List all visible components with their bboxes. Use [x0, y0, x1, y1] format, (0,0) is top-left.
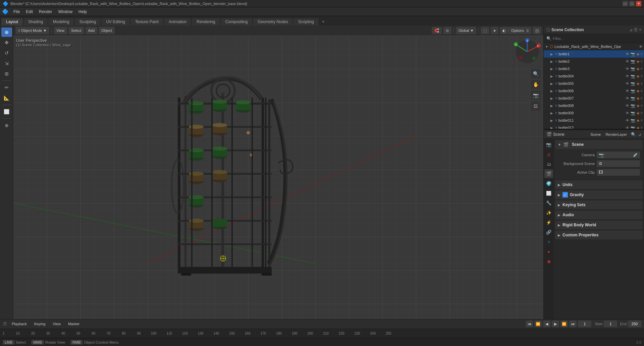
render-icon[interactable]: 📷: [631, 74, 635, 78]
prop-tab-data[interactable]: ▿: [544, 237, 553, 246]
outliner-add-icon[interactable]: +: [639, 27, 641, 32]
render-icon[interactable]: 📷: [631, 89, 635, 93]
list-item[interactable]: ▶ ▿ bottle009 👁 📷 ◈ ▿: [544, 109, 644, 117]
playback-menu[interactable]: Playback: [9, 320, 30, 328]
rotate-tool[interactable]: ↺: [1, 48, 12, 58]
options-button[interactable]: Options: [508, 27, 527, 34]
outliner-content[interactable]: ▼ ⬡ Lockable_Rack_with_Wine_Bottles_Ope …: [544, 43, 644, 129]
proportional-btn[interactable]: ⊙: [443, 27, 451, 34]
material-btn[interactable]: ◐: [500, 27, 508, 34]
visibility-icon[interactable]: 👁: [626, 89, 629, 93]
marker-menu[interactable]: Marker: [65, 320, 82, 328]
pan-btn[interactable]: ✋: [531, 80, 541, 89]
tab-texture-paint[interactable]: Texture Paint: [130, 18, 163, 25]
props-filter-icon[interactable]: ⊿: [638, 132, 641, 137]
prop-tab-modifier[interactable]: 🔧: [544, 198, 553, 207]
visibility-icon[interactable]: 👁: [626, 81, 629, 85]
list-item[interactable]: ▶ ▿ bottle004 👁 📷 ◈ ▿: [544, 72, 644, 80]
menu-render[interactable]: Render: [36, 9, 55, 15]
view-menu-timeline[interactable]: View: [50, 320, 63, 328]
visibility-icon[interactable]: 👁: [639, 45, 643, 49]
visibility-icon[interactable]: 👁: [626, 126, 629, 129]
menu-edit[interactable]: Edit: [23, 9, 36, 15]
play-btn[interactable]: ▶: [552, 321, 559, 327]
list-item[interactable]: ▶ ▿ bottle012 👁 📷 ◈ ▿: [544, 124, 644, 129]
tab-uv-editing[interactable]: UV Editing: [101, 18, 130, 25]
visibility-icon[interactable]: 👁: [626, 67, 629, 71]
render-icon[interactable]: 📷: [631, 67, 635, 71]
start-frame-display[interactable]: 1: [604, 321, 617, 327]
visibility-icon[interactable]: 👁: [626, 111, 629, 115]
frame-all-btn[interactable]: ⊡: [531, 101, 541, 111]
prop-tab-render[interactable]: 📷: [544, 140, 553, 149]
cursor-tool[interactable]: ⊕: [1, 27, 12, 37]
visibility-icon[interactable]: 👁: [626, 74, 629, 78]
prop-tab-shading[interactable]: ◉: [544, 257, 553, 266]
prop-tab-output[interactable]: 🖨: [544, 150, 553, 159]
background-scene-value[interactable]: ⚙: [597, 160, 640, 167]
tab-modeling[interactable]: Modeling: [48, 18, 74, 25]
scale-tool[interactable]: ⇲: [1, 59, 12, 68]
camera-view-btn[interactable]: 📷: [531, 91, 541, 100]
current-frame-display[interactable]: 1: [578, 321, 591, 327]
solid-btn[interactable]: ●: [491, 27, 498, 34]
add-menu[interactable]: Add: [86, 27, 98, 34]
prop-tab-constraints[interactable]: 🔗: [544, 228, 553, 236]
gravity-checkbox[interactable]: ✓: [562, 192, 568, 197]
viewport[interactable]: ▿ Object Mode ▼ View Select Add Object 🧲…: [13, 25, 543, 319]
jump-start-btn[interactable]: ⏮: [526, 321, 533, 327]
extra-tool[interactable]: ⊕: [1, 121, 12, 130]
custom-props-header[interactable]: ▶ Custom Properties: [555, 231, 643, 239]
rigid-body-header[interactable]: ▶ Rigid Body World: [555, 221, 643, 229]
prop-tab-particles[interactable]: ✨: [544, 208, 553, 217]
tab-shading[interactable]: Shading: [23, 18, 48, 25]
tab-scripting[interactable]: Scripting: [293, 18, 319, 25]
scene-section-header[interactable]: ▼ 🎬 Scene: [555, 140, 643, 149]
list-item[interactable]: ▶ ▿ bottle006 👁 📷 ◈ ▿: [544, 87, 644, 95]
menu-window[interactable]: Window: [55, 9, 75, 15]
play-reverse-btn[interactable]: ◀: [543, 321, 550, 327]
timeline-ruler[interactable]: 1 10 20 30 40 50 60 70 80 90 100 110 120…: [0, 329, 644, 338]
keying-menu[interactable]: Keying: [32, 320, 48, 328]
list-item[interactable]: ▶ ▿ bottle007 👁 📷 ◈ ▿: [544, 95, 644, 102]
camera-dropper-icon[interactable]: 💉: [633, 153, 638, 157]
view-menu[interactable]: View: [54, 27, 67, 34]
render-icon[interactable]: 📷: [631, 52, 635, 56]
annotate-tool[interactable]: ✏: [1, 83, 12, 92]
minimize-button[interactable]: —: [623, 1, 628, 6]
render-layer-selector[interactable]: RenderLayer: [605, 132, 627, 136]
snap-btn[interactable]: 🧲: [432, 27, 442, 34]
menu-file[interactable]: File: [11, 9, 22, 15]
tab-animation[interactable]: Animation: [164, 18, 191, 25]
close-button[interactable]: ✕: [636, 1, 641, 6]
tab-rendering[interactable]: Rendering: [192, 18, 220, 25]
maximize-button[interactable]: □: [629, 1, 635, 6]
select-menu[interactable]: Select: [68, 27, 84, 34]
render-icon[interactable]: 📷: [631, 126, 635, 129]
render-icon[interactable]: 📷: [631, 81, 635, 86]
units-section-header[interactable]: ▶ Units: [555, 180, 643, 189]
add-cube-tool[interactable]: ⬜: [1, 107, 12, 116]
transform-tool[interactable]: ⊞: [1, 69, 12, 78]
list-item[interactable]: ▼ ⬡ Lockable_Rack_with_Wine_Bottles_Ope …: [544, 43, 644, 50]
render-icon[interactable]: 📷: [631, 118, 635, 123]
prop-tab-material[interactable]: ●: [544, 247, 553, 256]
add-workspace-button[interactable]: +: [319, 17, 327, 25]
visibility-icon[interactable]: 👁: [626, 118, 629, 122]
props-search-icon[interactable]: 🔍: [631, 132, 636, 137]
prop-tab-world[interactable]: 🌍: [544, 179, 553, 188]
zoom-in-btn[interactable]: 🔍: [531, 69, 541, 78]
prop-tab-scene[interactable]: 🎬: [544, 169, 553, 178]
render-icon[interactable]: 📷: [631, 111, 635, 115]
prev-keyframe-btn[interactable]: ⏪: [534, 321, 542, 327]
move-tool[interactable]: ✥: [1, 38, 12, 47]
list-item[interactable]: ▶ ▿ bottle2 👁 📷 ◈ ▿: [544, 58, 644, 65]
wireframe-btn[interactable]: ⬚: [481, 27, 489, 34]
tab-geometry-nodes[interactable]: Geometry Nodes: [253, 18, 293, 25]
render-icon[interactable]: 📷: [631, 104, 635, 108]
title-bar-controls[interactable]: — □ ✕: [623, 1, 641, 6]
active-clip-value[interactable]: 🎞: [597, 169, 640, 176]
audio-section-header[interactable]: ▶ Audio: [555, 211, 643, 219]
outliner-filter-icon[interactable]: ⊿: [629, 27, 633, 32]
list-item[interactable]: ▶ ▿ bottle3 👁 📷 ◈ ▿: [544, 65, 644, 72]
